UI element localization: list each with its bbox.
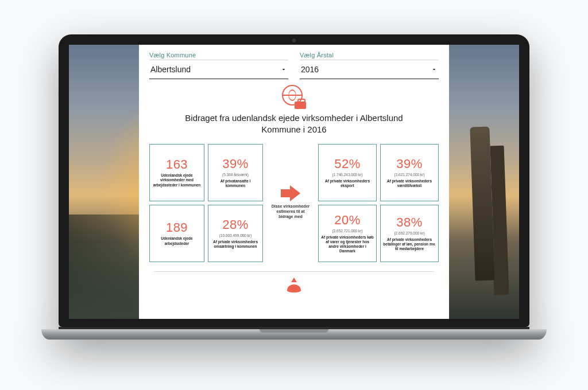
laptop-body: Vælg Kommune Albertslund Vælg Årstal 201… [59,34,529,327]
kpi-desc: Udenlandsk ejede virksomheder med arbejd… [152,173,202,187]
kpi-card: 28% (10.003.499.000 kr) Af private virks… [208,205,263,262]
kommune-value: Albertslund [150,65,191,74]
chevron-down-icon [280,66,287,73]
dashboard-app: Vælg Kommune Albertslund Vælg Årstal 201… [139,45,449,319]
kpi-desc: Af privatansatte i kommunen [211,179,260,188]
center-column: Disse virksomheder estimeres til at bidr… [268,144,314,262]
ship-leaves-icon [285,278,303,292]
section-divider [154,271,434,272]
kommune-selector: Vælg Kommune Albertslund [149,52,288,79]
chevron-down-icon [431,66,438,73]
kpi-desc: Af private virksomheders eksport [321,179,374,188]
year-value: 2016 [301,65,319,74]
laptop-base [41,329,547,340]
kpi-sub: (10.003.499.000 kr) [219,233,252,237]
kpi-sub: (5.368 årsværk) [222,173,249,177]
kpi-value: 39% [222,157,249,171]
kpi-card: 163 Udenlandsk ejede virksomheder med ar… [149,144,204,201]
hero-icon-row [149,85,439,109]
selector-row: Vælg Kommune Albertslund Vælg Årstal 201… [149,52,439,79]
kpi-desc: Af private virksomheders betalinger af l… [383,237,436,251]
laptop-mockup: Vælg Kommune Albertslund Vælg Årstal 201… [41,34,547,356]
year-label: Vælg Årstal [300,52,439,60]
kpi-sub: (2.692.279.000 kr) [394,231,424,235]
footer-icon-row [149,278,439,292]
kpi-desc: Af private virksomheders omsætning i kom… [211,240,260,249]
kpi-card: 189 Udenlandsk ejede arbejdssteder [149,205,204,262]
kpi-sub: (3.621.274.000 kr) [394,173,424,177]
kpi-value: 28% [222,217,249,232]
kpi-card: 39% (5.368 årsværk) Af privatansatte i k… [208,144,263,201]
kpi-card: 38% (2.692.279.000 kr) Af private virkso… [380,205,439,262]
kpi-card: 39% (3.621.274.000 kr) Af private virkso… [380,144,439,201]
kpi-value: 38% [396,215,423,230]
kpi-value: 163 [166,157,188,172]
kpi-value: 189 [166,220,188,235]
kpi-card: 52% (1.746.243.000 kr) Af private virkso… [318,144,377,201]
right-kpi-grid: 52% (1.746.243.000 kr) Af private virkso… [318,144,439,262]
kpi-desc: Af private virksomheders køb af varer og… [321,235,374,254]
page-headline: Bidraget fra udenlandsk ejede virksomhed… [185,112,403,136]
kpi-value: 20% [334,213,361,228]
kpi-desc: Udenlandsk ejede arbejdssteder [152,236,202,245]
arrow-caption: Disse virksomheder estimeres til at bidr… [270,204,311,219]
camera-dot [292,38,296,42]
kpi-sub: (1.746.243.000 kr) [332,173,362,177]
year-selector: Vælg Årstal 2016 [300,52,439,79]
arrow-right-icon [281,186,300,201]
kpi-grid: 163 Udenlandsk ejede virksomheder med ar… [149,144,439,262]
kpi-sub: (3.652.721.000 kr) [332,229,362,233]
kpi-value: 39% [396,157,423,171]
year-dropdown[interactable]: 2016 [300,63,439,79]
kpi-value: 52% [334,157,361,171]
globe-briefcase-icon [282,85,306,109]
kommune-dropdown[interactable]: Albertslund [149,63,288,79]
kpi-card: 20% (3.652.721.000 kr) Af private virkso… [318,205,377,262]
kommune-label: Vælg Kommune [149,52,288,60]
left-kpi-grid: 163 Udenlandsk ejede virksomheder med ar… [149,144,263,262]
kpi-desc: Af private virksomheders værditilvækst [383,179,436,188]
screen: Vælg Kommune Albertslund Vælg Årstal 201… [69,45,519,319]
